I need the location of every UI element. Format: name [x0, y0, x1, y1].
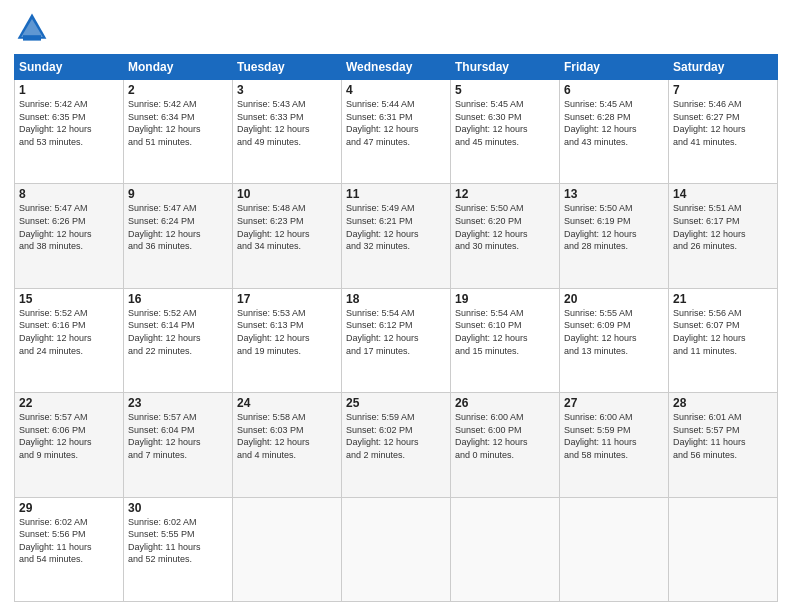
- day-info: Sunrise: 5:50 AM Sunset: 6:19 PM Dayligh…: [564, 202, 664, 252]
- day-number: 16: [128, 292, 228, 306]
- day-info: Sunrise: 5:53 AM Sunset: 6:13 PM Dayligh…: [237, 307, 337, 357]
- calendar-day-cell: 29Sunrise: 6:02 AM Sunset: 5:56 PM Dayli…: [15, 497, 124, 601]
- day-info: Sunrise: 5:45 AM Sunset: 6:28 PM Dayligh…: [564, 98, 664, 148]
- day-number: 14: [673, 187, 773, 201]
- day-info: Sunrise: 5:42 AM Sunset: 6:34 PM Dayligh…: [128, 98, 228, 148]
- day-number: 9: [128, 187, 228, 201]
- calendar-day-cell: 28Sunrise: 6:01 AM Sunset: 5:57 PM Dayli…: [669, 393, 778, 497]
- calendar-day-cell: 26Sunrise: 6:00 AM Sunset: 6:00 PM Dayli…: [451, 393, 560, 497]
- calendar-day-cell: 16Sunrise: 5:52 AM Sunset: 6:14 PM Dayli…: [124, 288, 233, 392]
- calendar-week-row: 1Sunrise: 5:42 AM Sunset: 6:35 PM Daylig…: [15, 80, 778, 184]
- calendar-day-cell: 15Sunrise: 5:52 AM Sunset: 6:16 PM Dayli…: [15, 288, 124, 392]
- day-info: Sunrise: 5:59 AM Sunset: 6:02 PM Dayligh…: [346, 411, 446, 461]
- day-info: Sunrise: 5:56 AM Sunset: 6:07 PM Dayligh…: [673, 307, 773, 357]
- day-number: 22: [19, 396, 119, 410]
- calendar-day-cell: [669, 497, 778, 601]
- day-number: 13: [564, 187, 664, 201]
- calendar-day-cell: 1Sunrise: 5:42 AM Sunset: 6:35 PM Daylig…: [15, 80, 124, 184]
- calendar-day-cell: [342, 497, 451, 601]
- day-info: Sunrise: 5:47 AM Sunset: 6:24 PM Dayligh…: [128, 202, 228, 252]
- day-number: 11: [346, 187, 446, 201]
- day-info: Sunrise: 5:44 AM Sunset: 6:31 PM Dayligh…: [346, 98, 446, 148]
- day-info: Sunrise: 5:52 AM Sunset: 6:14 PM Dayligh…: [128, 307, 228, 357]
- calendar-day-cell: [451, 497, 560, 601]
- day-info: Sunrise: 5:50 AM Sunset: 6:20 PM Dayligh…: [455, 202, 555, 252]
- day-info: Sunrise: 6:00 AM Sunset: 6:00 PM Dayligh…: [455, 411, 555, 461]
- day-info: Sunrise: 5:58 AM Sunset: 6:03 PM Dayligh…: [237, 411, 337, 461]
- col-saturday: Saturday: [669, 55, 778, 80]
- calendar-day-cell: 22Sunrise: 5:57 AM Sunset: 6:06 PM Dayli…: [15, 393, 124, 497]
- calendar-day-cell: 2Sunrise: 5:42 AM Sunset: 6:34 PM Daylig…: [124, 80, 233, 184]
- calendar-week-row: 22Sunrise: 5:57 AM Sunset: 6:06 PM Dayli…: [15, 393, 778, 497]
- day-number: 19: [455, 292, 555, 306]
- calendar-day-cell: 6Sunrise: 5:45 AM Sunset: 6:28 PM Daylig…: [560, 80, 669, 184]
- calendar-day-cell: 14Sunrise: 5:51 AM Sunset: 6:17 PM Dayli…: [669, 184, 778, 288]
- day-number: 1: [19, 83, 119, 97]
- calendar-table: Sunday Monday Tuesday Wednesday Thursday…: [14, 54, 778, 602]
- day-number: 3: [237, 83, 337, 97]
- col-thursday: Thursday: [451, 55, 560, 80]
- col-friday: Friday: [560, 55, 669, 80]
- day-number: 18: [346, 292, 446, 306]
- day-number: 23: [128, 396, 228, 410]
- calendar-day-cell: 8Sunrise: 5:47 AM Sunset: 6:26 PM Daylig…: [15, 184, 124, 288]
- calendar-week-row: 15Sunrise: 5:52 AM Sunset: 6:16 PM Dayli…: [15, 288, 778, 392]
- svg-rect-2: [23, 35, 41, 40]
- day-number: 21: [673, 292, 773, 306]
- calendar-day-cell: 12Sunrise: 5:50 AM Sunset: 6:20 PM Dayli…: [451, 184, 560, 288]
- day-info: Sunrise: 5:49 AM Sunset: 6:21 PM Dayligh…: [346, 202, 446, 252]
- day-info: Sunrise: 5:52 AM Sunset: 6:16 PM Dayligh…: [19, 307, 119, 357]
- col-wednesday: Wednesday: [342, 55, 451, 80]
- day-info: Sunrise: 5:48 AM Sunset: 6:23 PM Dayligh…: [237, 202, 337, 252]
- day-number: 20: [564, 292, 664, 306]
- col-sunday: Sunday: [15, 55, 124, 80]
- day-number: 15: [19, 292, 119, 306]
- day-number: 5: [455, 83, 555, 97]
- calendar-week-row: 8Sunrise: 5:47 AM Sunset: 6:26 PM Daylig…: [15, 184, 778, 288]
- day-info: Sunrise: 5:47 AM Sunset: 6:26 PM Dayligh…: [19, 202, 119, 252]
- calendar-day-cell: 19Sunrise: 5:54 AM Sunset: 6:10 PM Dayli…: [451, 288, 560, 392]
- calendar-day-cell: 3Sunrise: 5:43 AM Sunset: 6:33 PM Daylig…: [233, 80, 342, 184]
- day-info: Sunrise: 5:54 AM Sunset: 6:12 PM Dayligh…: [346, 307, 446, 357]
- calendar-day-cell: 25Sunrise: 5:59 AM Sunset: 6:02 PM Dayli…: [342, 393, 451, 497]
- day-info: Sunrise: 5:45 AM Sunset: 6:30 PM Dayligh…: [455, 98, 555, 148]
- day-number: 27: [564, 396, 664, 410]
- calendar-day-cell: 10Sunrise: 5:48 AM Sunset: 6:23 PM Dayli…: [233, 184, 342, 288]
- day-number: 30: [128, 501, 228, 515]
- day-number: 24: [237, 396, 337, 410]
- calendar-day-cell: [560, 497, 669, 601]
- day-number: 17: [237, 292, 337, 306]
- day-number: 8: [19, 187, 119, 201]
- day-number: 2: [128, 83, 228, 97]
- day-number: 29: [19, 501, 119, 515]
- logo-icon: [14, 10, 50, 46]
- col-monday: Monday: [124, 55, 233, 80]
- calendar-week-row: 29Sunrise: 6:02 AM Sunset: 5:56 PM Dayli…: [15, 497, 778, 601]
- header: [14, 10, 778, 46]
- calendar-day-cell: 11Sunrise: 5:49 AM Sunset: 6:21 PM Dayli…: [342, 184, 451, 288]
- day-number: 25: [346, 396, 446, 410]
- calendar-day-cell: 17Sunrise: 5:53 AM Sunset: 6:13 PM Dayli…: [233, 288, 342, 392]
- day-number: 7: [673, 83, 773, 97]
- day-info: Sunrise: 5:57 AM Sunset: 6:04 PM Dayligh…: [128, 411, 228, 461]
- day-info: Sunrise: 5:55 AM Sunset: 6:09 PM Dayligh…: [564, 307, 664, 357]
- calendar-day-cell: 9Sunrise: 5:47 AM Sunset: 6:24 PM Daylig…: [124, 184, 233, 288]
- calendar-header-row: Sunday Monday Tuesday Wednesday Thursday…: [15, 55, 778, 80]
- day-info: Sunrise: 5:57 AM Sunset: 6:06 PM Dayligh…: [19, 411, 119, 461]
- calendar-day-cell: 21Sunrise: 5:56 AM Sunset: 6:07 PM Dayli…: [669, 288, 778, 392]
- day-info: Sunrise: 5:46 AM Sunset: 6:27 PM Dayligh…: [673, 98, 773, 148]
- col-tuesday: Tuesday: [233, 55, 342, 80]
- calendar-day-cell: 27Sunrise: 6:00 AM Sunset: 5:59 PM Dayli…: [560, 393, 669, 497]
- day-number: 10: [237, 187, 337, 201]
- main-container: Sunday Monday Tuesday Wednesday Thursday…: [0, 0, 792, 612]
- calendar-day-cell: 20Sunrise: 5:55 AM Sunset: 6:09 PM Dayli…: [560, 288, 669, 392]
- calendar-day-cell: 23Sunrise: 5:57 AM Sunset: 6:04 PM Dayli…: [124, 393, 233, 497]
- day-number: 28: [673, 396, 773, 410]
- day-info: Sunrise: 6:00 AM Sunset: 5:59 PM Dayligh…: [564, 411, 664, 461]
- calendar-day-cell: 4Sunrise: 5:44 AM Sunset: 6:31 PM Daylig…: [342, 80, 451, 184]
- logo: [14, 10, 52, 46]
- calendar-day-cell: [233, 497, 342, 601]
- day-number: 6: [564, 83, 664, 97]
- calendar-day-cell: 7Sunrise: 5:46 AM Sunset: 6:27 PM Daylig…: [669, 80, 778, 184]
- day-info: Sunrise: 6:02 AM Sunset: 5:56 PM Dayligh…: [19, 516, 119, 566]
